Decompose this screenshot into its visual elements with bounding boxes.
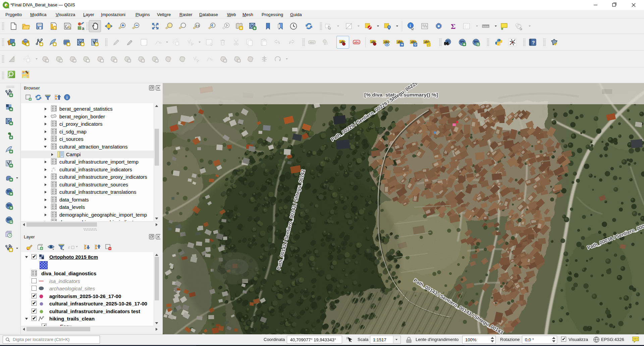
svg-text:ε: ε — [68, 244, 70, 250]
